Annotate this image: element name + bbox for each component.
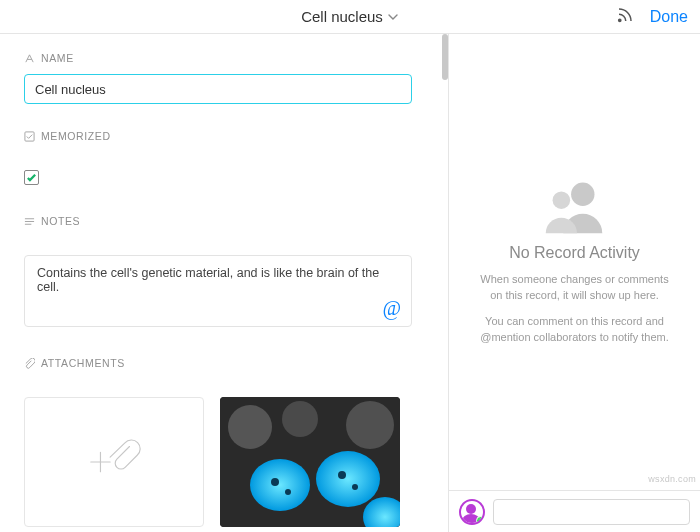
record-form: NAME MEMORIZED NOTES Contains the cell's… [0, 34, 448, 532]
record-title-dropdown[interactable]: Cell nucleus [301, 8, 399, 25]
mention-button[interactable]: @ [383, 297, 401, 320]
memorized-label-text: MEMORIZED [41, 130, 111, 142]
feed-icon[interactable] [616, 6, 634, 28]
notes-label-text: NOTES [41, 215, 80, 227]
notes-field-icon [24, 216, 35, 227]
field-label-notes: NOTES [24, 215, 428, 227]
svg-rect-1 [25, 131, 34, 140]
field-label-name: NAME [24, 52, 428, 64]
svg-point-9 [271, 478, 279, 486]
notes-value: Contains the cell's genetic material, an… [37, 266, 379, 294]
activity-panel: No Record Activity When someone changes … [449, 34, 700, 532]
cell-image-icon [220, 397, 400, 527]
svg-point-4 [282, 401, 318, 437]
activity-body-2: You can comment on this record and @ment… [475, 314, 674, 346]
svg-point-5 [346, 401, 394, 449]
field-label-memorized: MEMORIZED [24, 130, 428, 142]
comment-input[interactable] [493, 499, 690, 525]
attachment-thumbnail[interactable] [220, 397, 400, 527]
field-label-attachments: ATTACHMENTS [24, 357, 428, 369]
activity-title: No Record Activity [509, 244, 640, 262]
watermark: wsxdn.com [648, 474, 696, 484]
attachments-label-text: ATTACHMENTS [41, 357, 125, 369]
scrollbar[interactable] [442, 34, 448, 80]
people-icon [536, 178, 614, 238]
svg-point-0 [618, 19, 620, 21]
svg-point-11 [338, 471, 346, 479]
svg-point-13 [571, 183, 594, 206]
name-label-text: NAME [41, 52, 74, 64]
svg-point-7 [316, 451, 380, 507]
svg-point-3 [228, 405, 272, 449]
checkbox-field-icon [24, 131, 35, 142]
header-bar: Cell nucleus Done [0, 0, 700, 34]
svg-point-12 [352, 484, 358, 490]
record-title: Cell nucleus [301, 8, 383, 25]
chevron-down-icon [387, 11, 399, 23]
done-button[interactable]: Done [650, 8, 688, 26]
name-input[interactable] [24, 74, 412, 104]
avatar[interactable] [459, 499, 485, 525]
check-icon [26, 172, 37, 183]
activity-body-1: When someone changes or comments on this… [475, 272, 674, 304]
text-field-icon [24, 53, 35, 64]
memorized-checkbox[interactable] [24, 170, 39, 185]
attachment-field-icon [24, 358, 35, 369]
notes-textarea[interactable]: Contains the cell's genetic material, an… [24, 255, 412, 327]
svg-point-6 [250, 459, 310, 511]
svg-point-10 [285, 489, 291, 495]
comment-bar [449, 490, 700, 532]
add-attachment-button[interactable] [24, 397, 204, 527]
svg-point-14 [552, 192, 570, 210]
add-attachment-icon [85, 433, 143, 491]
